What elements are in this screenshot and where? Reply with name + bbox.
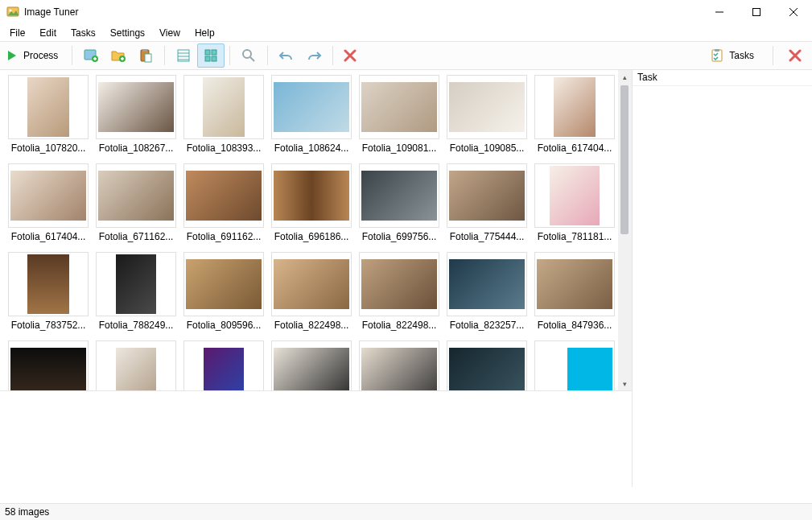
thumbnail-label: Fotolia_107820...	[6, 139, 90, 154]
thumbnail-image	[359, 163, 439, 228]
thumbnail-item[interactable]: Fotolia_775444...	[445, 163, 529, 250]
rotate-left-icon	[278, 47, 295, 64]
add-folder-button[interactable]	[105, 43, 132, 68]
view-list-button[interactable]	[170, 43, 197, 68]
thumbnail-item[interactable]: Fotolia_109085...	[445, 75, 529, 162]
thumbnail-item[interactable]: Fotolia_617404...	[533, 75, 616, 162]
thumbnail-pane: Fotolia_107820...Fotolia_108267...Fotoli…	[0, 70, 632, 390]
thumbnail-item[interactable]: Fotolia_696186...	[270, 163, 353, 250]
menu-settings[interactable]: Settings	[104, 26, 151, 40]
thumbnail-label: Fotolia_699756...	[357, 228, 441, 242]
scroll-down-icon[interactable]: ▾	[618, 377, 632, 390]
thumbnail-image	[447, 252, 527, 316]
thumbnail-image	[96, 340, 176, 390]
svg-rect-19	[212, 56, 216, 61]
thumbnail-image	[183, 75, 264, 139]
thumbnail-label: Fotolia_617404...	[533, 139, 616, 154]
thumbnail-label: Fotolia_108393...	[182, 139, 266, 154]
thumbnails-icon	[203, 47, 219, 64]
app-icon	[6, 6, 19, 19]
scroll-thumb[interactable]	[620, 85, 629, 234]
thumbnail-label: Fotolia_822498...	[270, 316, 353, 331]
svg-rect-25	[715, 49, 719, 52]
thumbnail-item[interactable]: Fotolia_109081...	[357, 75, 441, 162]
rotate-right-button[interactable]	[300, 43, 328, 68]
thumbnail-image	[271, 340, 352, 390]
add-image-icon	[83, 47, 99, 64]
thumbnail-item[interactable]: Fotolia_108267...	[94, 75, 178, 162]
menu-tasks[interactable]: Tasks	[64, 26, 102, 40]
window-title: Image Tuner	[24, 6, 78, 18]
thumbnail-image	[96, 163, 176, 228]
thumbnail-item[interactable]	[445, 340, 529, 390]
menu-file[interactable]: File	[3, 26, 31, 40]
clear-tasks-button[interactable]	[783, 43, 807, 68]
task-panel-header: Task	[633, 70, 812, 86]
tasks-button[interactable]: Tasks	[704, 43, 763, 68]
thumbnail-label: Fotolia_108624...	[270, 139, 353, 154]
svg-line-21	[250, 57, 254, 61]
close-button[interactable]	[775, 0, 812, 24]
thumbnail-item[interactable]: Fotolia_822498...	[270, 252, 353, 339]
thumbnail-item[interactable]: Fotolia_788249...	[94, 252, 178, 339]
thumbnail-item[interactable]: Fotolia_107820...	[6, 75, 90, 162]
scroll-up-icon[interactable]: ▴	[618, 70, 632, 84]
thumbnail-image	[534, 252, 615, 316]
thumbnail-item[interactable]: Fotolia_822498...	[357, 252, 441, 339]
thumbnail-item[interactable]	[182, 340, 266, 390]
thumbnail-image	[447, 75, 527, 139]
thumbnail-item[interactable]: Fotolia_691162...	[182, 163, 266, 250]
thumbnail-image	[447, 340, 527, 390]
thumbnail-image	[359, 340, 439, 390]
thumbnail-item[interactable]: Fotolia_699756...	[357, 163, 441, 250]
thumbnail-image	[183, 340, 264, 390]
thumbnail-image	[359, 75, 439, 139]
thumbnail-item[interactable]: Fotolia_809596...	[182, 252, 266, 339]
thumbnail-item[interactable]: Fotolia_108624...	[270, 75, 353, 162]
thumbnail-item[interactable]: Fotolia_617404...	[6, 163, 90, 250]
thumbnail-item[interactable]: Fotolia_781181...	[533, 163, 616, 250]
add-image-button[interactable]	[77, 43, 105, 68]
vertical-scrollbar[interactable]: ▴ ▾	[618, 70, 632, 390]
paste-button[interactable]	[132, 43, 159, 68]
thumbnail-image	[359, 252, 439, 316]
thumbnail-label: Fotolia_617404...	[6, 228, 90, 242]
thumbnail-image	[8, 340, 89, 390]
thumbnail-item[interactable]	[94, 340, 178, 390]
thumbnail-item[interactable]	[6, 340, 90, 390]
thumbnail-item[interactable]: Fotolia_823257...	[445, 252, 529, 339]
thumbnail-image	[8, 163, 89, 228]
view-thumbnails-button[interactable]	[197, 43, 225, 68]
menu-edit[interactable]: Edit	[33, 26, 63, 40]
menu-view[interactable]: View	[153, 26, 187, 40]
titlebar: Image Tuner	[0, 0, 812, 24]
status-text: 58 images	[5, 506, 49, 518]
thumbnail-label: Fotolia_781181...	[533, 228, 616, 242]
svg-rect-18	[205, 56, 210, 61]
scroll-track[interactable]	[618, 84, 632, 377]
thumbnail-image	[447, 163, 527, 228]
thumbnail-item[interactable]	[357, 340, 441, 390]
thumbnail-item[interactable]	[533, 340, 616, 390]
process-button[interactable]: Process	[0, 43, 67, 68]
play-icon	[6, 49, 19, 62]
thumbnail-item[interactable]: Fotolia_847936...	[533, 252, 616, 339]
thumbnail-item[interactable]: Fotolia_783752...	[6, 252, 90, 339]
thumbnail-item[interactable]: Fotolia_108393...	[182, 75, 266, 162]
magnifier-icon	[241, 47, 257, 64]
menu-help[interactable]: Help	[188, 26, 221, 40]
thumbnail-item[interactable]	[270, 340, 353, 390]
thumbnail-item[interactable]: Fotolia_671162...	[94, 163, 178, 250]
remove-button[interactable]	[338, 43, 362, 68]
svg-rect-24	[712, 50, 722, 61]
thumbnail-image	[534, 163, 615, 228]
maximize-button[interactable]	[738, 0, 775, 24]
x-icon	[789, 49, 802, 62]
thumbnail-label: Fotolia_847936...	[533, 316, 616, 331]
minimize-button[interactable]	[701, 0, 738, 24]
zoom-button[interactable]	[235, 43, 262, 68]
thumbnail-grid[interactable]: Fotolia_107820...Fotolia_108267...Fotoli…	[0, 70, 618, 390]
clipboard-icon	[138, 47, 154, 64]
thumbnail-image	[183, 163, 264, 228]
rotate-left-button[interactable]	[273, 43, 300, 68]
